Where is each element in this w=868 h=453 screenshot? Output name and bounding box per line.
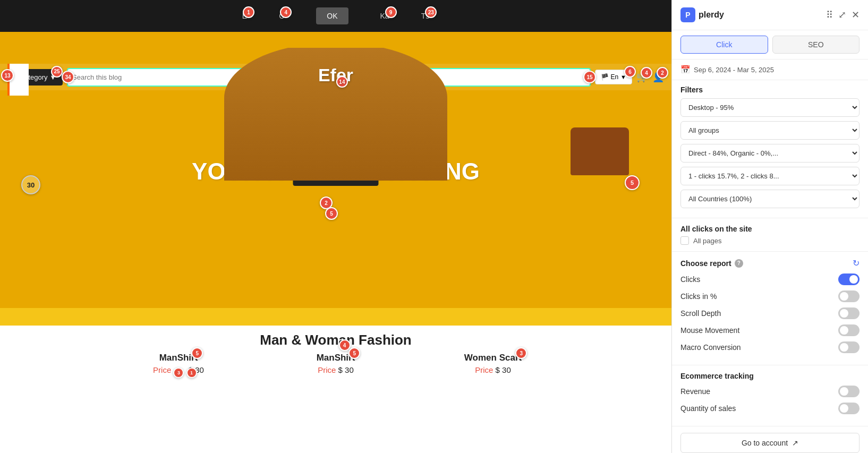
hero-section: 13 Ef 14 er All C25tegory ▼ 34 15 🏴 En ▼… (0, 32, 671, 308)
revenue-toggle[interactable] (838, 386, 860, 397)
badge-1: 1 (243, 6, 254, 18)
nav-item-c[interactable]: C4 (279, 12, 284, 20)
calendar-icon: 📅 (680, 65, 691, 74)
badge-5-center: 5 (325, 207, 338, 220)
site-logo: Ef 14 er (318, 65, 353, 86)
choose-report-title: Choose report ? ↻ (680, 258, 860, 268)
all-clicks-section: All clicks on the site All pages (672, 218, 868, 252)
badge-cart: 4 (641, 67, 652, 79)
top-nav-bar: E1 C4 OK K9a T23s (0, 0, 671, 32)
all-pages-row: All pages (680, 236, 860, 245)
ecommerce-section: Ecommerce tracking Revenue Quantity of s… (672, 365, 868, 426)
macro-conversion-toggle[interactable] (838, 341, 860, 353)
ecommerce-title: Ecommerce tracking (680, 372, 860, 380)
filters-section: Filters Desktop - 95% All groups Direct … (672, 80, 868, 218)
quantity-toggle-row: Quantity of sales (680, 403, 860, 414)
badge-9: 9 (385, 6, 397, 18)
badge-4-title: 4 (339, 339, 351, 351)
plerdy-header-actions: ⠿ ⤢ ✕ (826, 9, 860, 21)
badge-1-p1: 1 (186, 367, 197, 378)
product-name-2: Man5Shirt (317, 353, 355, 363)
clicks-pct-toggle-row: Clicks in % (680, 290, 860, 302)
badge-25: 25 (51, 66, 63, 78)
plerdy-logo: P plerdy (680, 7, 724, 22)
groups-filter[interactable]: All groups (680, 121, 860, 140)
badge-5-p1: 5 (191, 347, 203, 359)
plerdy-header: P plerdy ⠿ ⤢ ✕ (672, 0, 868, 30)
nav-item-t[interactable]: T23s (421, 12, 430, 20)
device-filter[interactable]: Desktop - 95% (680, 98, 860, 117)
badge-3-p3: 3 (515, 347, 527, 359)
clicks-toggle[interactable] (838, 273, 860, 285)
clicks-label: Clicks (680, 275, 700, 284)
quantity-label: Quantity of sales (680, 404, 736, 413)
product-card-2: Man5Shirt Price $ 30 (261, 353, 410, 374)
dots-icon[interactable]: ⠿ (826, 9, 833, 21)
product-price-1: Price 3 1 $ 30 (104, 365, 253, 374)
scroll-depth-toggle-row: Scroll Depth (680, 307, 860, 319)
expand-button[interactable]: ⤢ (838, 9, 846, 21)
clicks-pct-label: Clicks in % (680, 292, 717, 301)
scroll-depth-label: Scroll Depth (680, 309, 721, 318)
badge-6: 6 (624, 66, 636, 78)
badge-34: 34 (62, 71, 74, 83)
all-pages-label: All pages (693, 237, 721, 245)
all-clicks-title: All clicks on the site (680, 225, 860, 233)
countries-filter[interactable]: All Countries (100%) (680, 190, 860, 208)
badge-5-p2: 5 (348, 347, 360, 359)
traffic-filter[interactable]: Direct - 84%, Organic - 0%,... (680, 144, 860, 163)
macro-conversion-toggle-row: Macro Conversion (680, 341, 860, 353)
badge-4: 4 (280, 6, 292, 18)
product-card-3: Wom3en Scart Price $ 30 (419, 353, 567, 374)
choose-report-label: Choose report (680, 259, 731, 268)
badge-23: 23 (425, 6, 437, 18)
left-stripe: 13 (7, 64, 29, 96)
plerdy-panel: P plerdy ⠿ ⤢ ✕ Click SEO 📅 Sep 6, 2024 -… (671, 0, 868, 453)
tab-click[interactable]: Click (680, 36, 768, 54)
filters-title: Filters (680, 86, 860, 94)
plerdy-logo-text: plerdy (699, 10, 724, 20)
badge-15: 15 (583, 71, 596, 83)
website-area: E1 C4 OK K9a T23s 13 Ef 14 er (0, 0, 671, 453)
go-to-account-button[interactable]: Go to account ↗ (680, 433, 860, 453)
products-section: Man & Wom 4 an Fashion Man5Shirt Price 3… (0, 326, 671, 453)
product-price-3: Price $ 30 (419, 365, 567, 374)
clicks-pct-toggle[interactable] (838, 290, 860, 302)
help-icon[interactable]: ? (735, 259, 743, 268)
scroll-depth-toggle[interactable] (838, 307, 860, 319)
product-price-2: Price $ 30 (261, 365, 410, 374)
macro-conversion-label: Macro Conversion (680, 343, 741, 352)
badge-30: 30 (21, 175, 40, 194)
product-card-1: Man5Shirt Price 3 1 $ 30 (104, 353, 253, 374)
badge-person: 2 (657, 67, 668, 79)
product-cards-row: Man5Shirt Price 3 1 $ 30 Man5Shirt (0, 353, 671, 374)
revenue-label: Revenue (680, 387, 710, 396)
mouse-movement-toggle[interactable] (838, 324, 860, 336)
go-to-account-footer: Go to account ↗ (672, 426, 868, 453)
tab-seo[interactable]: SEO (772, 36, 860, 54)
refresh-button[interactable]: ↻ (853, 258, 860, 268)
mouse-movement-label: Mouse Movement (680, 326, 739, 335)
quantity-toggle[interactable] (838, 403, 860, 414)
products-title: Man & Wom 4 an Fashion (0, 326, 671, 348)
nav-item-k[interactable]: K9a (380, 12, 389, 20)
close-button[interactable]: ✕ (852, 9, 860, 21)
all-pages-checkbox[interactable] (680, 236, 689, 245)
badge-13: 13 (1, 69, 14, 82)
plerdy-logo-icon: P (680, 7, 695, 22)
choose-report-section: Choose report ? ↻ Clicks Clicks in % Scr… (672, 252, 868, 365)
badge-14: 14 (336, 76, 348, 88)
revenue-toggle-row: Revenue (680, 386, 860, 397)
plerdy-tabs: Click SEO (672, 30, 868, 59)
mouse-movement-toggle-row: Mouse Movement (680, 324, 860, 336)
external-link-icon: ↗ (792, 439, 798, 447)
ok-button[interactable]: OK (316, 7, 348, 24)
date-range-row: 📅 Sep 6, 2024 - Mar 5, 2025 (672, 59, 868, 80)
product-name-3: Wom3en Scart (464, 353, 522, 363)
clicks-filter[interactable]: 1 - clicks 15.7%, 2 - clicks 8... (680, 167, 860, 185)
go-to-account-label: Go to account (742, 439, 788, 447)
nav-item-e[interactable]: E1 (242, 12, 247, 20)
date-range-text: Sep 6, 2024 - Mar 5, 2025 (694, 66, 774, 74)
badge-3-p1: 3 (173, 367, 184, 378)
badge-5-right: 5 (625, 175, 640, 190)
